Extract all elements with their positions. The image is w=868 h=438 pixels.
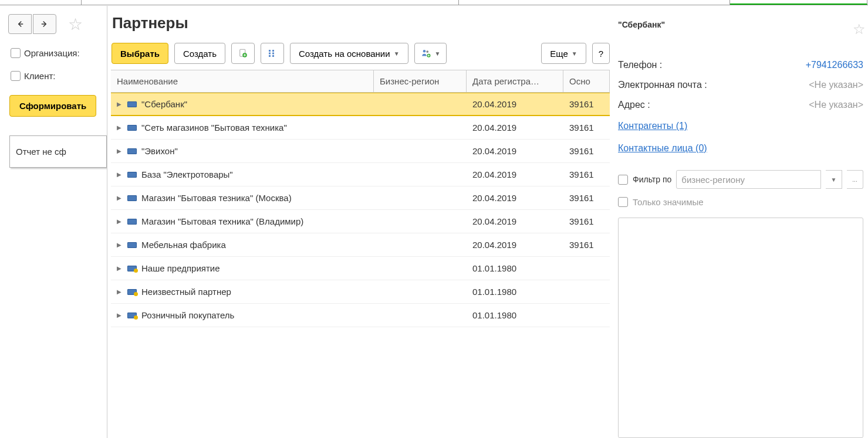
create-based-on-button[interactable]: Создать на основании ▼: [290, 43, 408, 64]
row-name: "Эвихон": [141, 146, 178, 156]
svg-rect-5: [272, 50, 274, 52]
row-base: 39161: [563, 146, 610, 156]
arrow-right-icon: [39, 19, 50, 29]
table-row[interactable]: ▶Неизвестный партнер01.01.1980: [111, 280, 610, 304]
row-base: 39161: [563, 169, 610, 179]
report-placeholder-text: Отчет не сф: [16, 147, 66, 157]
list-area: Партнеры Выбрать Создать: [111, 14, 610, 438]
table-row[interactable]: ▶"Эвихон"20.04.201939161: [111, 140, 610, 163]
client-checkbox[interactable]: [11, 71, 21, 81]
table-row[interactable]: ▶"Сеть магазинов "Бытовая техника"20.04.…: [111, 116, 610, 140]
expand-icon[interactable]: ▶: [117, 171, 123, 178]
expand-icon[interactable]: ▶: [117, 124, 123, 131]
nav-forward-button[interactable]: [33, 14, 56, 34]
row-base: 39161: [563, 193, 610, 203]
row-date: 20.04.2019: [467, 123, 563, 133]
contractors-link[interactable]: Контрагенты (1): [618, 121, 863, 131]
hierarchy-button[interactable]: [261, 43, 284, 64]
report-placeholder: Отчет не сф: [9, 135, 107, 168]
more-button[interactable]: Еще ▼: [541, 43, 586, 64]
generate-button[interactable]: Сформировать: [9, 95, 96, 117]
partners-table: Наименование Бизнес-регион Дата регистра…: [111, 70, 610, 327]
filter-placeholder: бизнес-региону: [681, 175, 745, 185]
phone-label: Телефон :: [618, 60, 662, 70]
table-row[interactable]: ▶Наше предприятие01.01.1980: [111, 257, 610, 280]
expand-icon[interactable]: ▶: [117, 195, 123, 201]
main-pane: Партнеры Выбрать Создать: [107, 6, 868, 438]
expand-icon[interactable]: ▶: [117, 312, 123, 318]
table-row[interactable]: ▶Магазин "Бытовая тезника" (Москва)20.04…: [111, 186, 610, 210]
partner-icon: [127, 266, 137, 271]
notes-area[interactable]: [618, 218, 863, 438]
nav-back-button[interactable]: [8, 14, 32, 34]
contacts-link[interactable]: Контактные лица (0): [618, 143, 863, 154]
svg-rect-7: [272, 55, 274, 57]
row-name: Магазин "Бытовая техника" (Владимир): [141, 216, 303, 226]
tab-segment[interactable]: [82, 0, 459, 5]
row-date: 01.01.1980: [467, 263, 563, 273]
row-name: Неизвестный партнер: [141, 287, 231, 297]
table-row[interactable]: ▶База "Электротовары"20.04.201939161: [111, 163, 610, 186]
org-checkbox[interactable]: [11, 48, 21, 58]
row-base: 39161: [563, 216, 610, 226]
partner-icon: [127, 313, 137, 318]
create-based-label: Создать на основании: [299, 49, 390, 59]
select-button[interactable]: Выбрать: [112, 43, 168, 64]
filter-select[interactable]: бизнес-региону: [676, 170, 821, 189]
partner-icon: [127, 148, 137, 154]
filter-dropdown-button[interactable]: ▼: [826, 170, 842, 189]
svg-rect-6: [272, 53, 274, 55]
row-base: 39161: [563, 123, 610, 133]
row-date: 20.04.2019: [467, 240, 563, 250]
phone-value[interactable]: +7941266633: [806, 60, 863, 70]
email-label: Электронная почта :: [618, 80, 707, 90]
favorite-star-icon[interactable]: ☆: [853, 21, 866, 38]
column-date[interactable]: Дата регистра…: [467, 70, 563, 92]
filter-checkbox[interactable]: [618, 175, 628, 185]
client-label: Клиент:: [24, 71, 56, 81]
page-title: Партнеры: [112, 14, 610, 32]
create-button[interactable]: Создать: [174, 43, 225, 64]
table-header: Наименование Бизнес-регион Дата регистра…: [111, 70, 610, 93]
detail-panel: "Сбербанк" Телефон : +7941266633 Электро…: [610, 14, 868, 438]
hierarchy-icon: [267, 48, 278, 59]
partner-icon: [127, 172, 137, 178]
arrow-left-icon: [15, 19, 25, 29]
chevron-down-icon: ▼: [435, 50, 441, 57]
create-copy-button[interactable]: [231, 43, 255, 64]
column-name[interactable]: Наименование: [111, 70, 374, 92]
table-row[interactable]: ▶"Сбербанк"20.04.201939161: [111, 93, 610, 116]
expand-icon[interactable]: ▶: [117, 148, 123, 154]
row-name: База "Электротовары": [141, 169, 233, 179]
partner-icon: [127, 219, 137, 225]
detail-title: "Сбербанк": [618, 20, 863, 29]
expand-icon[interactable]: ▶: [117, 265, 123, 271]
expand-icon[interactable]: ▶: [117, 218, 123, 225]
partner-icon: [127, 101, 137, 107]
filter-browse-button[interactable]: ...: [847, 170, 863, 189]
table-row[interactable]: ▶Розничный покупатель01.01.1980: [111, 304, 610, 327]
expand-icon[interactable]: ▶: [117, 242, 123, 248]
row-date: 01.01.1980: [467, 310, 563, 320]
help-button[interactable]: ?: [592, 43, 610, 64]
users-button[interactable]: ▼: [414, 43, 447, 64]
table-row[interactable]: ▶Магазин "Бытовая техника" (Владимир)20.…: [111, 210, 610, 233]
tab-segment-active[interactable]: [730, 0, 867, 5]
partner-icon: [127, 195, 137, 201]
table-row[interactable]: ▶Мебельная фабрика20.04.201939161: [111, 233, 610, 257]
partner-icon: [127, 125, 137, 131]
only-significant-checkbox[interactable]: [618, 197, 628, 207]
expand-icon[interactable]: ▶: [117, 288, 123, 295]
column-base[interactable]: Осно: [563, 70, 610, 92]
row-name: "Сеть магазинов "Бытовая техника": [141, 123, 287, 133]
favorite-star-icon[interactable]: ☆: [68, 15, 83, 34]
svg-rect-3: [269, 53, 271, 55]
expand-icon[interactable]: ▶: [117, 101, 123, 107]
column-region[interactable]: Бизнес-регион: [374, 70, 467, 92]
tab-segment[interactable]: [459, 0, 730, 5]
more-label: Еще: [550, 49, 568, 59]
tab-segment[interactable]: [0, 0, 82, 5]
row-date: 20.04.2019: [467, 193, 563, 203]
org-label: Организация:: [24, 48, 80, 58]
svg-rect-2: [269, 50, 271, 52]
